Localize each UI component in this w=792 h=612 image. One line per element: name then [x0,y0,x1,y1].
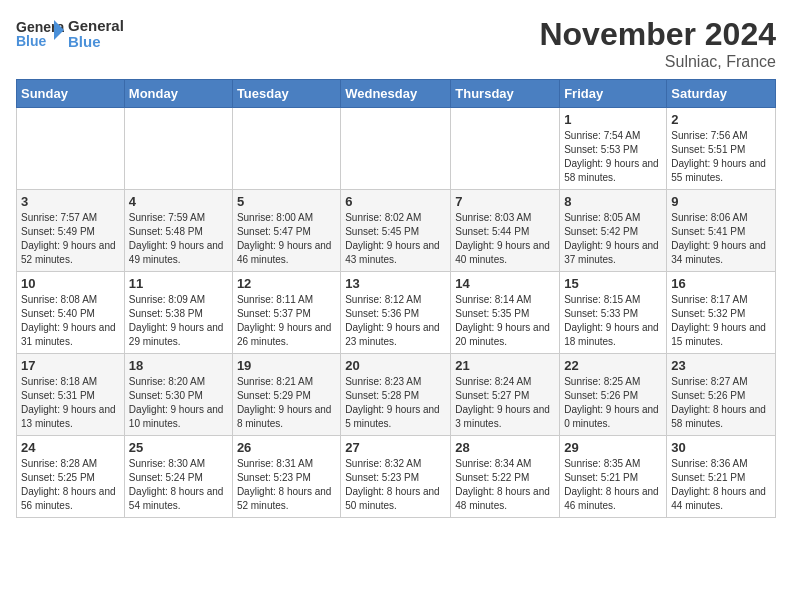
logo-blue: Blue [68,34,124,51]
day-cell [232,108,340,190]
day-cell: 10Sunrise: 8:08 AM Sunset: 5:40 PM Dayli… [17,272,125,354]
day-info: Sunrise: 8:17 AM Sunset: 5:32 PM Dayligh… [671,293,771,349]
day-cell: 7Sunrise: 8:03 AM Sunset: 5:44 PM Daylig… [451,190,560,272]
day-cell: 24Sunrise: 8:28 AM Sunset: 5:25 PM Dayli… [17,436,125,518]
day-cell [17,108,125,190]
day-cell: 3Sunrise: 7:57 AM Sunset: 5:49 PM Daylig… [17,190,125,272]
logo-general: General [68,18,124,35]
page-subtitle: Sulniac, France [539,53,776,71]
day-cell: 29Sunrise: 8:35 AM Sunset: 5:21 PM Dayli… [560,436,667,518]
day-number: 29 [564,440,662,455]
day-number: 15 [564,276,662,291]
day-number: 8 [564,194,662,209]
day-cell: 8Sunrise: 8:05 AM Sunset: 5:42 PM Daylig… [560,190,667,272]
day-cell: 30Sunrise: 8:36 AM Sunset: 5:21 PM Dayli… [667,436,776,518]
day-cell: 27Sunrise: 8:32 AM Sunset: 5:23 PM Dayli… [341,436,451,518]
day-info: Sunrise: 8:25 AM Sunset: 5:26 PM Dayligh… [564,375,662,431]
col-header-saturday: Saturday [667,80,776,108]
day-info: Sunrise: 8:11 AM Sunset: 5:37 PM Dayligh… [237,293,336,349]
col-header-tuesday: Tuesday [232,80,340,108]
day-cell: 6Sunrise: 8:02 AM Sunset: 5:45 PM Daylig… [341,190,451,272]
day-cell: 11Sunrise: 8:09 AM Sunset: 5:38 PM Dayli… [124,272,232,354]
day-info: Sunrise: 7:59 AM Sunset: 5:48 PM Dayligh… [129,211,228,267]
day-info: Sunrise: 7:57 AM Sunset: 5:49 PM Dayligh… [21,211,120,267]
day-info: Sunrise: 8:06 AM Sunset: 5:41 PM Dayligh… [671,211,771,267]
day-number: 2 [671,112,771,127]
day-info: Sunrise: 8:20 AM Sunset: 5:30 PM Dayligh… [129,375,228,431]
day-number: 19 [237,358,336,373]
day-info: Sunrise: 8:21 AM Sunset: 5:29 PM Dayligh… [237,375,336,431]
day-cell: 18Sunrise: 8:20 AM Sunset: 5:30 PM Dayli… [124,354,232,436]
col-header-wednesday: Wednesday [341,80,451,108]
day-cell: 20Sunrise: 8:23 AM Sunset: 5:28 PM Dayli… [341,354,451,436]
day-info: Sunrise: 8:08 AM Sunset: 5:40 PM Dayligh… [21,293,120,349]
day-number: 5 [237,194,336,209]
day-cell: 21Sunrise: 8:24 AM Sunset: 5:27 PM Dayli… [451,354,560,436]
day-cell: 1Sunrise: 7:54 AM Sunset: 5:53 PM Daylig… [560,108,667,190]
logo-icon: General Blue [16,16,64,52]
day-number: 24 [21,440,120,455]
day-cell: 2Sunrise: 7:56 AM Sunset: 5:51 PM Daylig… [667,108,776,190]
day-info: Sunrise: 8:27 AM Sunset: 5:26 PM Dayligh… [671,375,771,431]
day-info: Sunrise: 8:09 AM Sunset: 5:38 PM Dayligh… [129,293,228,349]
day-cell: 25Sunrise: 8:30 AM Sunset: 5:24 PM Dayli… [124,436,232,518]
svg-text:Blue: Blue [16,33,47,49]
day-number: 20 [345,358,446,373]
day-cell: 13Sunrise: 8:12 AM Sunset: 5:36 PM Dayli… [341,272,451,354]
calendar: SundayMondayTuesdayWednesdayThursdayFrid… [16,79,776,518]
day-cell [124,108,232,190]
day-info: Sunrise: 8:14 AM Sunset: 5:35 PM Dayligh… [455,293,555,349]
day-cell: 28Sunrise: 8:34 AM Sunset: 5:22 PM Dayli… [451,436,560,518]
day-number: 30 [671,440,771,455]
day-number: 26 [237,440,336,455]
day-number: 10 [21,276,120,291]
day-cell: 26Sunrise: 8:31 AM Sunset: 5:23 PM Dayli… [232,436,340,518]
day-cell: 4Sunrise: 7:59 AM Sunset: 5:48 PM Daylig… [124,190,232,272]
day-number: 13 [345,276,446,291]
day-number: 27 [345,440,446,455]
day-cell: 22Sunrise: 8:25 AM Sunset: 5:26 PM Dayli… [560,354,667,436]
day-cell: 19Sunrise: 8:21 AM Sunset: 5:29 PM Dayli… [232,354,340,436]
day-info: Sunrise: 8:32 AM Sunset: 5:23 PM Dayligh… [345,457,446,513]
day-number: 1 [564,112,662,127]
day-number: 28 [455,440,555,455]
day-cell: 16Sunrise: 8:17 AM Sunset: 5:32 PM Dayli… [667,272,776,354]
day-number: 4 [129,194,228,209]
page-title: November 2024 [539,16,776,53]
day-number: 12 [237,276,336,291]
day-cell: 14Sunrise: 8:14 AM Sunset: 5:35 PM Dayli… [451,272,560,354]
day-info: Sunrise: 8:15 AM Sunset: 5:33 PM Dayligh… [564,293,662,349]
col-header-thursday: Thursday [451,80,560,108]
day-info: Sunrise: 8:05 AM Sunset: 5:42 PM Dayligh… [564,211,662,267]
logo: General Blue General Blue [16,16,124,52]
day-number: 11 [129,276,228,291]
day-info: Sunrise: 8:34 AM Sunset: 5:22 PM Dayligh… [455,457,555,513]
day-cell: 12Sunrise: 8:11 AM Sunset: 5:37 PM Dayli… [232,272,340,354]
day-number: 7 [455,194,555,209]
header: General Blue General Blue November 2024 … [16,16,776,71]
day-info: Sunrise: 8:23 AM Sunset: 5:28 PM Dayligh… [345,375,446,431]
day-number: 18 [129,358,228,373]
day-number: 21 [455,358,555,373]
day-cell [451,108,560,190]
day-number: 17 [21,358,120,373]
day-number: 3 [21,194,120,209]
col-header-sunday: Sunday [17,80,125,108]
week-row: 17Sunrise: 8:18 AM Sunset: 5:31 PM Dayli… [17,354,776,436]
col-header-monday: Monday [124,80,232,108]
day-info: Sunrise: 7:54 AM Sunset: 5:53 PM Dayligh… [564,129,662,185]
day-info: Sunrise: 8:00 AM Sunset: 5:47 PM Dayligh… [237,211,336,267]
week-row: 10Sunrise: 8:08 AM Sunset: 5:40 PM Dayli… [17,272,776,354]
day-info: Sunrise: 8:31 AM Sunset: 5:23 PM Dayligh… [237,457,336,513]
day-info: Sunrise: 8:36 AM Sunset: 5:21 PM Dayligh… [671,457,771,513]
day-info: Sunrise: 8:28 AM Sunset: 5:25 PM Dayligh… [21,457,120,513]
day-number: 9 [671,194,771,209]
col-header-friday: Friday [560,80,667,108]
day-cell: 9Sunrise: 8:06 AM Sunset: 5:41 PM Daylig… [667,190,776,272]
day-number: 16 [671,276,771,291]
day-info: Sunrise: 8:03 AM Sunset: 5:44 PM Dayligh… [455,211,555,267]
day-cell [341,108,451,190]
day-info: Sunrise: 8:30 AM Sunset: 5:24 PM Dayligh… [129,457,228,513]
day-number: 22 [564,358,662,373]
day-cell: 23Sunrise: 8:27 AM Sunset: 5:26 PM Dayli… [667,354,776,436]
